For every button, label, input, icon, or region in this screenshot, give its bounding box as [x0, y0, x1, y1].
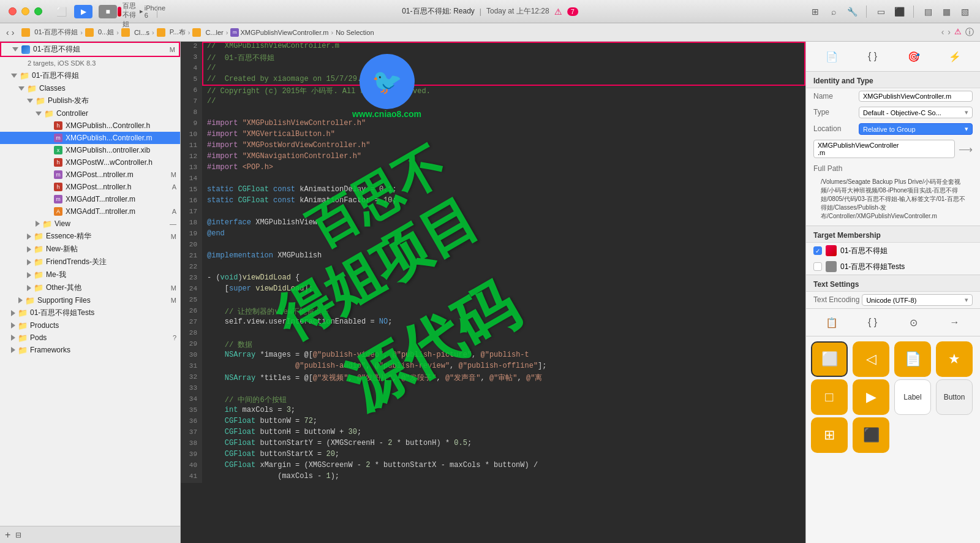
- layout-split-icon[interactable]: ⬛: [892, 5, 906, 18]
- ig-page-icon[interactable]: 📄: [894, 341, 931, 377]
- bc-prev-btn[interactable]: ‹: [941, 27, 944, 38]
- rp-right-icon[interactable]: →: [946, 314, 963, 331]
- sidebar-item-f1[interactable]: h XMGPublish...Controller.h: [0, 120, 180, 132]
- bc-info-icon[interactable]: ⓘ: [965, 27, 974, 38]
- rp-doc-icon[interactable]: 📋: [823, 314, 840, 331]
- title-bar: ⬜ ▶ ■ 01-百思不得姐 ▸ iPhone 6 01-百思不得姐: Read…: [0, 0, 980, 23]
- bc-item-5[interactable]: C...ler: [205, 29, 223, 36]
- sidebar-item-root[interactable]: 01-百思不得姐 M: [0, 42, 180, 57]
- expand-pods-icon: [11, 335, 15, 341]
- sidebar-item-f2[interactable]: m XMGPublish...Controller.m: [0, 132, 180, 144]
- sidebar-item-other[interactable]: 📁 Other-其他 M: [0, 281, 180, 294]
- sidebar-item-publish[interactable]: 📁 Publish-发布: [0, 94, 180, 107]
- sidebar-item-supporting[interactable]: 📁 Supporting Files M: [0, 294, 180, 306]
- issue-badge[interactable]: 7: [567, 7, 578, 16]
- stop-button[interactable]: ■: [99, 5, 117, 18]
- layout-single-icon[interactable]: ▭: [874, 5, 888, 18]
- sidebar-item-new[interactable]: 📁 New-新帖: [0, 243, 180, 256]
- close-button[interactable]: [9, 7, 17, 15]
- sidebar-item-f4[interactable]: h XMGPostW...wController.h: [0, 156, 180, 169]
- sidebar-item-friend[interactable]: 📁 FriendTrends-关注: [0, 256, 180, 268]
- rp-target-icon[interactable]: 🎯: [905, 48, 922, 65]
- name-input[interactable]: XMGPublishViewController.m: [859, 91, 973, 102]
- filename-input[interactable]: XMGPublishViewController.m: [813, 140, 955, 158]
- sidebar-item-classes[interactable]: 📁 Classes: [0, 82, 180, 94]
- rp-action-icon[interactable]: ⚡: [946, 48, 963, 65]
- target1-checkbox[interactable]: ✓: [813, 246, 822, 255]
- bc-item-4[interactable]: P...布: [170, 28, 186, 37]
- ig-play-icon[interactable]: ▶: [853, 379, 889, 415]
- ig-segment-icon[interactable]: ⬛: [853, 417, 889, 453]
- rp-file-icon[interactable]: 📄: [823, 48, 840, 65]
- maximize-button[interactable]: [34, 7, 42, 15]
- ig-star-icon[interactable]: ★: [936, 341, 973, 377]
- panel-bottom-icon[interactable]: ▦: [940, 5, 953, 18]
- sidebar-item-essence[interactable]: 📁 Essence-精华 M: [0, 230, 180, 243]
- target2-checkbox[interactable]: [813, 262, 822, 271]
- sidebar-item-main-group[interactable]: 📁 01-百思不得姐: [0, 69, 180, 82]
- bc-folder2-icon: [85, 28, 94, 37]
- filter-icon[interactable]: ⊟: [15, 531, 21, 539]
- run-button[interactable]: ▶: [74, 5, 92, 18]
- bc-item-root[interactable]: 01-百思不得姐: [34, 28, 78, 37]
- rp-brace-icon[interactable]: { }: [864, 314, 881, 331]
- sidebar-item-products[interactable]: 📁 Products: [0, 319, 180, 332]
- ig-container-icon[interactable]: □: [811, 379, 848, 415]
- ig-label-text: Label: [903, 393, 921, 401]
- code-line-23: 23 - (void)viewDidLoad {: [181, 273, 805, 284]
- code-area[interactable]: 2 // XMGPublishViewController.m 3 // 01-…: [181, 42, 805, 543]
- location-select[interactable]: Relative to Group ▾: [859, 123, 973, 135]
- sidebar-item-tests[interactable]: 📁 01-百思不得姐Tests: [0, 306, 180, 319]
- sidebar-item-me[interactable]: 📁 Me-我: [0, 268, 180, 281]
- scheme-selector[interactable]: 01-百思不得姐 ▸ iPhone 6: [135, 5, 148, 18]
- bc-item-2[interactable]: 0...姐: [98, 28, 114, 37]
- sidebar-item-f5[interactable]: m XMGPost...ntroller.m M: [0, 169, 180, 181]
- target1-row: ✓ 01-百思不得姐: [806, 243, 980, 259]
- bc-item-3[interactable]: Cl...s: [134, 29, 149, 36]
- bc-next-btn[interactable]: ›: [948, 27, 951, 38]
- sidebar-item-frameworks[interactable]: 📁 Frameworks: [0, 344, 180, 356]
- sidebar-other-badge: M: [171, 284, 176, 292]
- sidebar-toggle-icon[interactable]: ⬜: [55, 5, 68, 18]
- sidebar-item-view[interactable]: 📁 View —: [0, 218, 180, 230]
- expand-new-icon: [27, 246, 31, 253]
- sidebar-item-f7[interactable]: m XMGAddT...ntroller.m: [0, 193, 180, 205]
- h-file-icon: h: [53, 121, 63, 131]
- type-select[interactable]: Default - Objective-C So... ▾: [859, 107, 973, 118]
- folder-main-icon: 📁: [20, 71, 29, 81]
- h2-file-icon: h: [53, 158, 63, 167]
- sidebar-pods-label: Pods: [30, 333, 170, 342]
- sidebar-item-f8[interactable]: A XMGAddT...ntroller.m A: [0, 205, 180, 218]
- rp-code-icon[interactable]: { }: [864, 48, 881, 65]
- ig-label-cell[interactable]: Label: [894, 379, 931, 415]
- grid-view-icon[interactable]: ⊞: [809, 5, 822, 18]
- ig-layout-icon[interactable]: ⬜: [811, 341, 848, 377]
- panel-right-icon[interactable]: ▧: [958, 5, 971, 18]
- sidebar-item-f3[interactable]: x XMGPublish...ontroller.xib: [0, 144, 180, 156]
- bc-actions: ‹ › ⚠ ⓘ: [941, 27, 974, 38]
- sidebar-item-pods[interactable]: 📁 Pods ?: [0, 332, 180, 344]
- code-line-40: 40 CGFloat xMargin = (XMGScreenW - 2 * b…: [181, 461, 805, 472]
- ig-back-icon[interactable]: ◁: [853, 341, 889, 377]
- sidebar-item-f6[interactable]: h XMGPost...ntroller.h A: [0, 181, 180, 193]
- ig-button-cell[interactable]: Button: [936, 379, 973, 415]
- sidebar-products-label: Products: [30, 321, 176, 330]
- encoding-select[interactable]: Unicode (UTF-8) ▾: [862, 294, 973, 306]
- bc-no-selection[interactable]: No Selection: [336, 29, 374, 36]
- expand-publish-icon: [27, 99, 33, 103]
- bc-filename[interactable]: XMGPublishViewController.m: [240, 29, 328, 36]
- sidebar-item-controller[interactable]: 📁 Controller: [0, 107, 180, 120]
- bc-warning-icon[interactable]: ⚠: [954, 27, 962, 38]
- bc-next-button[interactable]: ›: [12, 28, 15, 37]
- inspector-icon[interactable]: 🔧: [845, 5, 859, 18]
- filename-browse-icon[interactable]: ⟶: [959, 143, 973, 155]
- divider2: [157, 6, 157, 18]
- rp-circle-icon[interactable]: ⊙: [905, 314, 922, 331]
- search-icon[interactable]: ⌕: [827, 5, 840, 18]
- add-file-icon[interactable]: +: [5, 530, 10, 541]
- ig-stepper-icon[interactable]: ⊞: [811, 417, 848, 453]
- panel-left-icon[interactable]: ▤: [921, 5, 935, 18]
- minimize-button[interactable]: [21, 7, 29, 15]
- alert-icon[interactable]: ⚠: [554, 7, 562, 17]
- bc-prev-button[interactable]: ‹: [6, 28, 9, 37]
